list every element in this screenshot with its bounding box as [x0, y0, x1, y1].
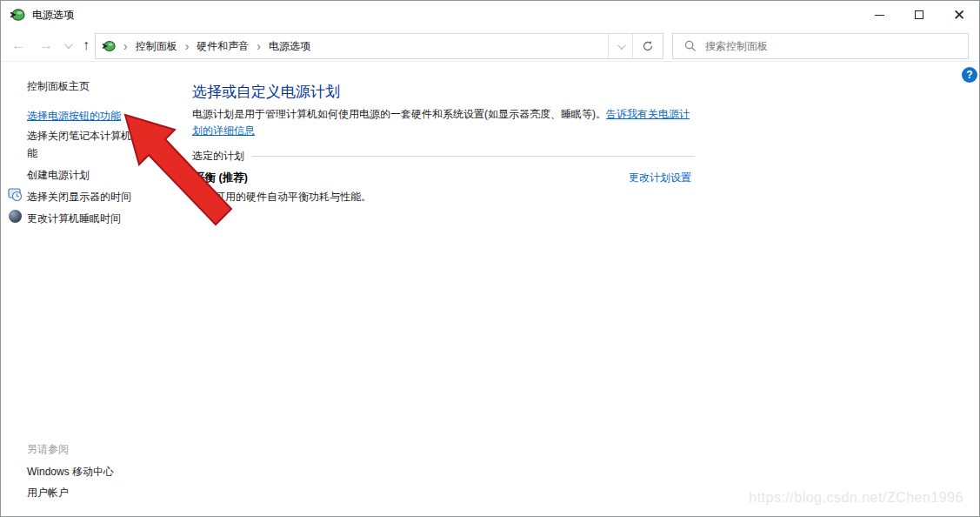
maximize-button[interactable] [899, 1, 939, 29]
power-options-icon [10, 7, 25, 23]
forward-button[interactable]: → [36, 29, 57, 62]
address-bar[interactable]: › 控制面板 › 硬件和声音 › 电源选项 [95, 33, 663, 59]
breadcrumb-separator-icon: › [123, 40, 128, 52]
recent-pages-dropdown[interactable] [60, 29, 74, 62]
minimize-icon [875, 15, 884, 16]
refresh-button[interactable] [632, 34, 663, 58]
plan-intro-text: 电源计划是用于管理计算机如何使用电源的一套硬件和系统设置(如显示器亮度、睡眠等)… [192, 106, 697, 139]
selected-plan-label: 选定的计划 [192, 149, 244, 164]
up-button[interactable]: ↑ [76, 29, 97, 62]
close-icon: ✕ [953, 8, 965, 23]
power-options-icon [102, 39, 116, 53]
title-bar: 电源选项 ✕ [1, 1, 979, 29]
sleep-time-icon [9, 210, 23, 225]
breadcrumb-power-options[interactable]: 电源选项 [269, 39, 310, 54]
change-plan-settings-link[interactable]: 更改计划设置 [629, 171, 691, 185]
chevron-down-icon [617, 41, 626, 50]
power-options-window: { "window": { "title": "电源选项" }, "toolba… [0, 0, 980, 517]
sidebar-item-windows-mobility-center[interactable]: Windows 移动中心 [27, 463, 114, 480]
section-divider [252, 156, 695, 157]
plan-row: 平衡 (推荐) 更改计划设置 [194, 171, 691, 185]
help-button[interactable]: ? [962, 67, 977, 83]
maximize-icon [915, 10, 923, 19]
sidebar-item-control-panel-home[interactable]: 控制面板主页 [27, 77, 90, 95]
breadcrumb-control-panel[interactable]: 控制面板 [136, 39, 177, 54]
sidebar-item-choose-power-buttons[interactable]: 选择电源按钮的功能 [27, 107, 121, 124]
close-button[interactable]: ✕ [939, 1, 979, 29]
breadcrumb-hardware-sound[interactable]: 硬件和声音 [197, 39, 249, 54]
navigation-bar: ← → ↑ › 控制面板 › 硬件和声音 › 电源选项 [1, 29, 979, 62]
search-box [672, 33, 969, 59]
breadcrumb: › 控制面板 › 硬件和声音 › 电源选项 [96, 34, 608, 58]
plan-intro-static: 电源计划是用于管理计算机如何使用电源的一套硬件和系统设置(如显示器亮度、睡眠等)… [192, 108, 606, 120]
plan-name-balanced: 平衡 (推荐) [194, 171, 248, 185]
minimize-button[interactable] [859, 1, 899, 29]
window-title: 电源选项 [32, 8, 74, 23]
sidebar-item-choose-display-off-time[interactable]: 选择关闭显示器的时间 [27, 188, 131, 205]
refresh-icon [642, 40, 654, 52]
display-off-time-icon [8, 187, 23, 202]
sidebar-item-change-sleep-time[interactable]: 更改计算机睡眠时间 [27, 210, 121, 227]
page-title: 选择或自定义电源计划 [192, 82, 340, 102]
selected-plan-section: 选定的计划 [192, 149, 695, 164]
see-also-header: 另请参阅 [27, 442, 69, 457]
back-button[interactable]: ← [8, 29, 29, 62]
window-controls: ✕ [859, 1, 979, 29]
search-input[interactable] [705, 40, 931, 52]
red-arrow-annotation [1, 1, 980, 517]
breadcrumb-separator-icon: › [185, 40, 190, 52]
search-icon [684, 40, 697, 52]
address-dropdown-button[interactable] [608, 34, 632, 58]
sidebar-item-user-accounts[interactable]: 用户帐户 [27, 484, 69, 501]
question-mark-icon: ? [966, 69, 972, 81]
breadcrumb-separator-icon: › [257, 40, 261, 52]
watermark-text: https://blog.csdn.net/ZChen1996 [749, 490, 963, 506]
plan-description: 使用可用的硬件自动平衡功耗与性能。 [194, 190, 371, 205]
sidebar-item-choose-lid-close[interactable]: 选择关闭笔记本计算机盖的功能 [27, 127, 168, 162]
sidebar-item-create-power-plan[interactable]: 创建电源计划 [27, 166, 90, 184]
chevron-down-icon [63, 40, 72, 49]
